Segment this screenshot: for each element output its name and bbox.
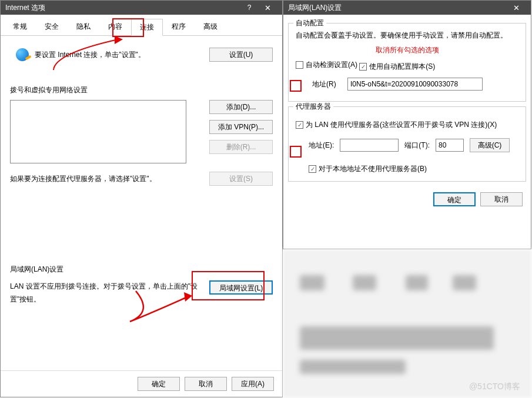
checkbox-box-icon [296, 61, 303, 69]
cancel-button[interactable]: 取消 [185, 377, 227, 391]
auto-detect-label: 自动检测设置(A) [306, 60, 357, 70]
use-proxy-label: 为 LAN 使用代理服务器(这些设置不用于拨号或 VPN 连接)(X) [306, 120, 497, 130]
remove-button[interactable]: 删除(R)... [209, 140, 273, 154]
tab-highlight-annotation [112, 18, 144, 37]
blur-shape [300, 360, 406, 374]
help-icon[interactable]: ? [241, 4, 257, 12]
dialog-title: 局域网(LAN)设置 [288, 3, 506, 13]
checkbox-highlight-annotation-2 [290, 146, 302, 158]
use-script-checkbox[interactable]: 使用自动配置脚本(S) [359, 62, 435, 72]
titlebar: 局域网(LAN)设置 ✕ [283, 1, 531, 15]
use-proxy-checkbox[interactable]: 为 LAN 使用代理服务器(这些设置不用于拨号或 VPN 连接)(X) [296, 120, 497, 130]
watermark: @51CTO博客 [469, 382, 520, 392]
advanced-button[interactable]: 高级(C) [470, 138, 510, 152]
setup-text: 要设置 Internet 连接，单击"设置"。 [35, 50, 203, 60]
script-address-label: 地址(R) [312, 79, 342, 89]
auto-config-group: 自动配置 [293, 18, 326, 28]
proxy-port-input[interactable] [436, 139, 464, 152]
apply-button[interactable]: 应用(A) [232, 377, 274, 391]
bypass-local-label: 对于本地地址不使用代理服务器(B) [319, 164, 427, 174]
lan-note: LAN 设置不应用到拨号连接。对于拨号设置，单击上面的"设置"按钮。 [10, 280, 203, 306]
background-blur [283, 249, 532, 398]
blur-shape [406, 275, 428, 290]
blur-shape [453, 275, 476, 290]
checkbox-box-icon [296, 121, 303, 129]
titlebar: Internet 选项 ? ✕ [1, 1, 282, 15]
cancel-button[interactable]: 取消 [480, 192, 523, 206]
blur-shape [300, 275, 324, 290]
ok-button[interactable]: 确定 [433, 192, 476, 206]
internet-options-dialog: Internet 选项 ? ✕ 常规 安全 隐私 内容 连接 程序 高级 要设置… [0, 0, 283, 397]
globe-icon [16, 48, 29, 61]
proxy-address-label: 地址(E): [309, 141, 334, 150]
checkbox-box-icon [309, 165, 316, 173]
settings-button[interactable]: 设置(S) [209, 172, 273, 186]
bypass-local-checkbox[interactable]: 对于本地地址不使用代理服务器(B) [296, 164, 427, 174]
blur-shape [300, 326, 494, 350]
use-script-label: 使用自动配置脚本(S) [369, 62, 435, 72]
ok-button[interactable]: 确定 [138, 377, 180, 391]
red-annotation-note: 取消所有勾选的选项 [296, 45, 518, 55]
proxy-address-input[interactable] [340, 139, 399, 152]
setup-button[interactable]: 设置(U) [209, 48, 273, 62]
lan-settings-dialog: 局域网(LAN)设置 ✕ 自动配置 自动配置会覆盖手动设置。要确保使用手动设置，… [283, 0, 531, 249]
checkbox-highlight-annotation-1 [290, 80, 302, 92]
proxy-group: 代理服务器 [293, 102, 333, 112]
proxy-port-label: 端口(T): [404, 141, 430, 150]
connections-listbox[interactable] [10, 100, 186, 163]
add-vpn-button[interactable]: 添加 VPN(P)... [209, 120, 273, 134]
dialog-title: Internet 选项 [5, 3, 241, 13]
add-button[interactable]: 添加(D)... [209, 100, 273, 114]
tab-security[interactable]: 安全 [36, 18, 68, 35]
proxy-note: 如果要为连接配置代理服务器，请选择"设置"。 [10, 174, 203, 184]
checkbox-box-icon [359, 63, 367, 71]
auto-detect-checkbox[interactable]: 自动检测设置(A) [296, 60, 357, 70]
dial-heading: 拨号和虚拟专用网络设置 [10, 85, 273, 95]
close-icon[interactable]: ✕ [506, 4, 526, 12]
tab-general[interactable]: 常规 [4, 18, 36, 35]
auto-config-note: 自动配置会覆盖手动设置。要确保使用手动设置，请禁用自动配置。 [296, 31, 518, 41]
tab-programs[interactable]: 程序 [163, 18, 195, 35]
script-address-input[interactable] [347, 78, 483, 91]
tab-advanced[interactable]: 高级 [195, 18, 226, 35]
blur-shape [353, 275, 376, 290]
tab-privacy[interactable]: 隐私 [68, 18, 99, 35]
close-icon[interactable]: ✕ [257, 4, 277, 12]
lan-button-highlight-annotation [192, 271, 265, 300]
